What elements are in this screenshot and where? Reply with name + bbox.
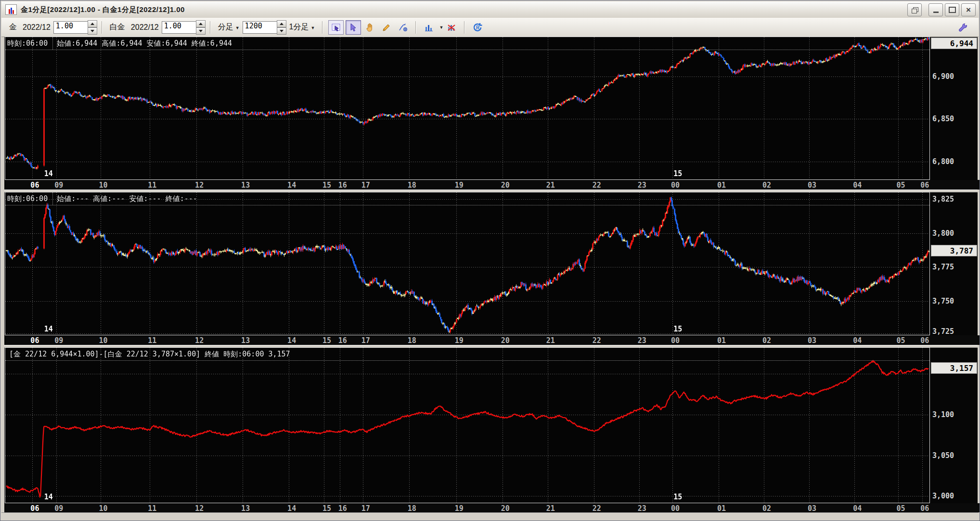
chart-canvas-3[interactable] [5,348,929,503]
time-tick-label: 14 [287,336,296,345]
time-tick-label: 13 [241,336,250,345]
time-tick-label: 06 [920,181,929,190]
app-candlestick-icon [5,4,17,15]
time-tick-label: 13 [241,181,250,190]
time-tick-label: 10 [99,336,107,345]
up-arrow-icon [90,23,94,25]
close-button[interactable]: × [961,3,976,16]
maximize-icon [949,7,956,13]
gold-multiplier-down-button[interactable] [88,27,97,35]
down-arrow-icon [280,30,284,32]
time-tick-label: 05 [896,181,905,190]
platinum-multiplier-input[interactable]: 1.00 [162,21,196,34]
chart-canvas-2[interactable] [5,192,929,335]
window-bottom-edge [1,512,979,521]
gold-contract-month: 2022/12 [23,23,51,32]
platinum-multiplier-down-button[interactable] [196,27,206,35]
time-tick-label: 04 [853,504,862,512]
bar-count-input[interactable]: 1200 [243,21,277,34]
price-tick-label: 3,825 [932,195,954,203]
title-bar[interactable]: 金1分足[2022/12]1.00 - 白金1分足[2022/12]1.00 × [1,1,979,18]
reload-chart-button[interactable]: R [470,21,485,34]
time-axis-1: 0609101112131415161718192021222300010203… [5,180,980,190]
time-tick-label: 23 [638,336,646,345]
down-arrow-icon [199,30,203,32]
pencil-icon [382,23,391,32]
time-tick-label: 14 [287,504,296,512]
time-tick-label: 15 [322,181,331,190]
indicator-chart-button[interactable] [422,21,436,34]
bar-count-up-button[interactable] [277,20,286,27]
time-tick-label: 03 [808,504,816,512]
bar-type-dropdown[interactable]: 分足▼ [218,22,240,32]
price-tick-label: 3,775 [932,263,954,271]
time-tick-label: 20 [501,504,510,512]
bar-count-down-button[interactable] [277,27,286,35]
price-tick-label: 3,000 [932,492,954,500]
session-date-label: 14 [44,493,53,501]
svg-text:R: R [476,25,480,30]
up-arrow-icon [280,23,284,25]
time-tick-label: 18 [408,336,416,345]
minimize-button[interactable] [928,3,943,16]
time-tick-label: 17 [361,181,370,190]
new-window-icon [912,7,918,13]
toolbar-separator [415,21,416,34]
interval-dropdown[interactable]: 1分足▼ [289,22,315,32]
new-window-button[interactable] [907,3,922,16]
time-tick-label: 09 [54,504,63,512]
time-tick-label: 05 [896,504,905,512]
hand-tool-button[interactable] [363,21,377,34]
platinum-multiplier-up-button[interactable] [196,20,206,27]
toolbar-separator [102,21,103,34]
time-tick-label: 21 [546,336,555,345]
chart-pointer-tool-button[interactable] [328,20,344,35]
chevron-down-icon[interactable]: ▼ [439,25,443,30]
chart-pane-3: [金 22/12 6,944×1.00]-[白金 22/12 3,787×1.0… [5,347,930,503]
pencil-tool-button[interactable] [379,21,394,34]
time-tick-label: 22 [593,336,601,345]
time-tick-label: 00 [671,336,680,345]
time-tick-label: 11 [148,181,156,190]
price-tick-label: 3,750 [932,297,954,305]
time-tick-label: 14 [287,181,296,190]
price-tick-label: 6,800 [932,157,954,166]
maximize-button[interactable] [945,3,959,16]
price-tick-label: 3,725 [932,327,954,336]
gold-multiplier-up-button[interactable] [88,20,97,27]
time-tick-label: 17 [361,336,370,345]
session-date-label: 14 [44,169,53,178]
time-tick-label: 18 [408,181,416,190]
time-tick-label: 16 [338,181,347,190]
time-tick-label: 15 [322,336,331,345]
price-tick-label: 6,850 [932,114,954,123]
time-tick-label: 06 [920,336,929,345]
session-date-label: 15 [673,325,682,333]
time-tick-label: 06 [30,504,39,512]
price-tick-label: 3,800 [932,229,954,238]
price-tick-label: 3,050 [932,451,954,460]
time-tick-label: 16 [338,336,347,345]
window-title: 金1分足[2022/12]1.00 - 白金1分足[2022/12]1.00 [21,5,185,14]
freehand-draw-tool-button[interactable] [396,21,410,34]
select-cursor-tool-button[interactable] [346,20,361,35]
time-tick-label: 01 [717,504,726,512]
last-price-badge: 3,787 [931,245,977,256]
toolbar: 金 2022/12 1.00 白金 2022/12 1.00 分足▼ 1200 … [1,18,979,37]
down-arrow-icon [90,30,94,32]
time-tick-label: 12 [195,504,204,512]
wrench-icon [957,22,968,33]
time-tick-label: 19 [455,504,464,512]
hand-icon [365,23,375,32]
remove-indicator-button[interactable] [444,21,459,34]
chart-pane-2: 時刻:06:00始値:--- 高値:--- 安値:--- 終値:--- [5,192,930,335]
time-tick-label: 09 [54,336,63,345]
time-tick-label: 03 [808,336,816,345]
bar-chart-remove-icon [447,23,456,32]
up-arrow-icon [199,23,203,25]
session-date-label: 14 [44,325,53,333]
time-tick-label: 11 [148,336,156,345]
gold-multiplier-input[interactable]: 1.00 [53,21,88,34]
chart-canvas-1[interactable] [5,37,929,179]
settings-button[interactable] [955,21,970,34]
